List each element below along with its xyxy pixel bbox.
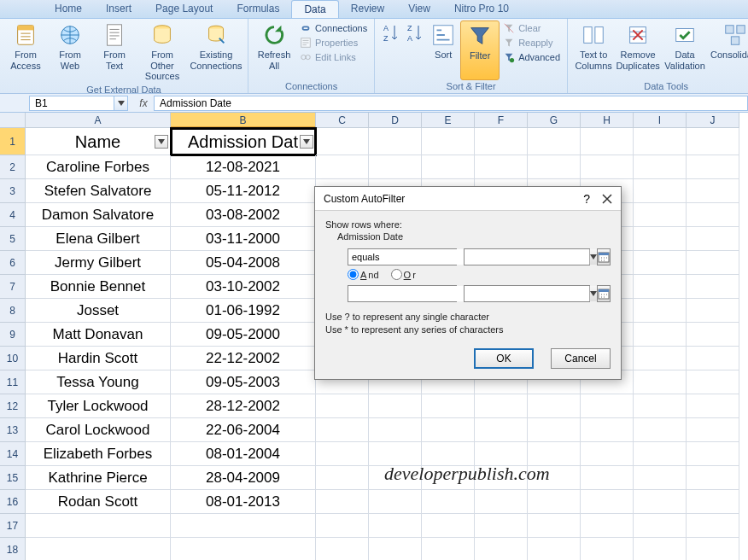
cell[interactable]: Hardin Scott: [26, 347, 171, 370]
tab-view[interactable]: View: [396, 0, 442, 18]
cell[interactable]: Jermy Gilbert: [26, 251, 171, 275]
cell[interactable]: [581, 418, 634, 442]
text-to-columns-button[interactable]: Text to Columns: [571, 20, 616, 80]
cell[interactable]: [422, 490, 475, 514]
advanced-filter-button[interactable]: Advanced: [503, 51, 560, 63]
cell[interactable]: [634, 394, 687, 418]
cell[interactable]: Tyler Lockwood: [26, 394, 171, 418]
cell[interactable]: [581, 538, 634, 560]
combo-dropdown[interactable]: [589, 286, 597, 301]
name-box-dropdown[interactable]: [114, 96, 128, 111]
cell[interactable]: [687, 538, 739, 560]
cell[interactable]: [581, 394, 634, 418]
row-header[interactable]: 8: [0, 299, 26, 323]
data-validation-button[interactable]: Data Validation: [660, 20, 710, 80]
cell[interactable]: [528, 490, 581, 514]
cancel-button[interactable]: Cancel: [551, 348, 611, 369]
cell[interactable]: [687, 418, 739, 442]
ok-button[interactable]: OK: [474, 348, 534, 369]
cell[interactable]: Rodan Scott: [26, 490, 171, 514]
cell[interactable]: [581, 490, 634, 514]
tab-review[interactable]: Review: [339, 0, 396, 18]
edit-links-button[interactable]: Edit Links: [300, 51, 367, 63]
cell[interactable]: 01-06-1992: [171, 299, 316, 323]
row-header[interactable]: 13: [0, 418, 26, 442]
cell[interactable]: [581, 466, 634, 490]
cell[interactable]: [422, 394, 475, 418]
value2-input[interactable]: [465, 286, 589, 301]
row-header[interactable]: 1: [0, 128, 26, 155]
cell[interactable]: [475, 394, 528, 418]
tab-home[interactable]: Home: [43, 0, 94, 18]
properties-button[interactable]: Properties: [300, 37, 367, 49]
cell[interactable]: 03-11-2000: [171, 227, 316, 251]
cell[interactable]: [528, 418, 581, 442]
col-header-F[interactable]: F: [475, 113, 528, 128]
col-header-A[interactable]: A: [26, 113, 171, 128]
select-all-corner[interactable]: [0, 113, 26, 128]
row-header[interactable]: 9: [0, 323, 26, 347]
cell[interactable]: [475, 418, 528, 442]
date-picker-button[interactable]: [597, 248, 611, 265]
cell[interactable]: [475, 490, 528, 514]
or-radio-input[interactable]: [391, 269, 402, 280]
and-radio-input[interactable]: [348, 269, 359, 280]
or-radio[interactable]: OOrr: [391, 269, 416, 280]
cell[interactable]: Carol Lockwood: [26, 418, 171, 442]
tab-formulas[interactable]: Formulas: [225, 0, 291, 18]
from-web-button[interactable]: From Web: [48, 20, 92, 84]
cell[interactable]: [528, 155, 581, 179]
cell[interactable]: [687, 275, 739, 299]
cell[interactable]: 08-01-2004: [171, 442, 316, 466]
cell[interactable]: [634, 538, 687, 560]
cell[interactable]: 05-04-2008: [171, 251, 316, 275]
sort-asc-button[interactable]: AZ: [378, 20, 402, 80]
cell[interactable]: Matt Donavan: [26, 323, 171, 347]
sort-button[interactable]: Sort: [426, 20, 460, 80]
cell[interactable]: [687, 227, 739, 251]
cell[interactable]: [528, 394, 581, 418]
operator2-combo[interactable]: [348, 285, 457, 302]
cell[interactable]: [316, 128, 369, 155]
row-header[interactable]: 12: [0, 394, 26, 418]
cell[interactable]: 03-10-2002: [171, 275, 316, 299]
cell[interactable]: [634, 179, 687, 203]
row-header[interactable]: 5: [0, 227, 26, 251]
cell[interactable]: [475, 514, 528, 538]
cell[interactable]: [634, 418, 687, 442]
cell[interactable]: 22-06-2004: [171, 418, 316, 442]
clear-filter-button[interactable]: Clear: [503, 22, 560, 34]
and-radio[interactable]: AAndnd: [348, 269, 379, 280]
cell[interactable]: [422, 514, 475, 538]
cell[interactable]: [316, 442, 369, 466]
cell[interactable]: [634, 128, 687, 155]
col-header-G[interactable]: G: [528, 113, 581, 128]
cell[interactable]: [528, 514, 581, 538]
reapply-button[interactable]: Reapply: [503, 37, 560, 49]
cell[interactable]: [422, 155, 475, 179]
cell[interactable]: [26, 538, 171, 560]
cell[interactable]: Elena Gilbert: [26, 227, 171, 251]
cell[interactable]: [634, 514, 687, 538]
cell[interactable]: [634, 227, 687, 251]
tab-data[interactable]: Data: [291, 0, 338, 18]
cell[interactable]: Stefen Salvatore: [26, 179, 171, 203]
cell[interactable]: [634, 442, 687, 466]
cell[interactable]: [369, 155, 422, 179]
cell[interactable]: [634, 299, 687, 323]
cell[interactable]: [369, 514, 422, 538]
col-header-I[interactable]: I: [634, 113, 687, 128]
refresh-all-button[interactable]: Refresh All: [252, 20, 296, 80]
cell[interactable]: [581, 155, 634, 179]
cell[interactable]: [171, 538, 316, 560]
value1-input[interactable]: [465, 249, 589, 265]
row-header[interactable]: 17: [0, 514, 26, 538]
cell[interactable]: [422, 418, 475, 442]
cell[interactable]: 08-01-2013: [171, 490, 316, 514]
row-header[interactable]: 3: [0, 179, 26, 203]
cell[interactable]: 05-11-2012: [171, 179, 316, 203]
filter-button[interactable]: Filter: [460, 20, 500, 80]
cell[interactable]: [687, 155, 739, 179]
cell[interactable]: 28-04-2009: [171, 466, 316, 490]
name-box[interactable]: [29, 96, 114, 111]
